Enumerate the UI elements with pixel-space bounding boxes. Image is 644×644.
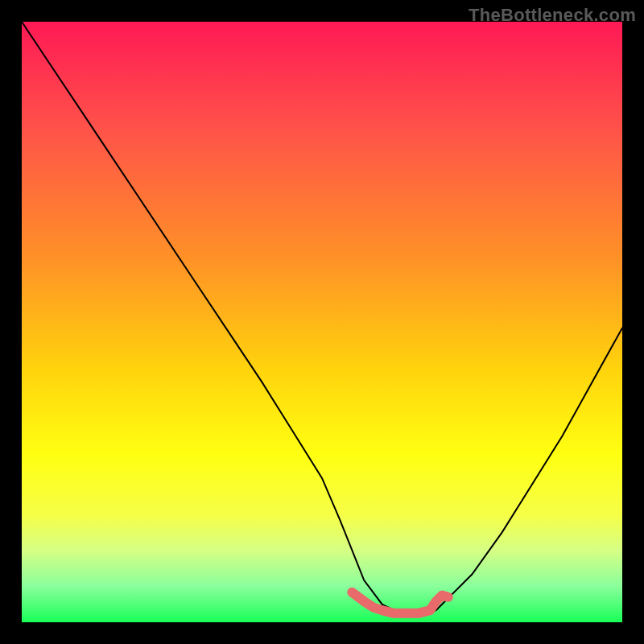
plot-svg [22, 22, 622, 622]
watermark-text: TheBottleneck.com [469, 5, 636, 26]
plot-frame [22, 22, 622, 622]
chart-stage: TheBottleneck.com [0, 0, 644, 644]
bottleneck-curve [22, 22, 622, 613]
low-region-highlight [352, 592, 448, 613]
